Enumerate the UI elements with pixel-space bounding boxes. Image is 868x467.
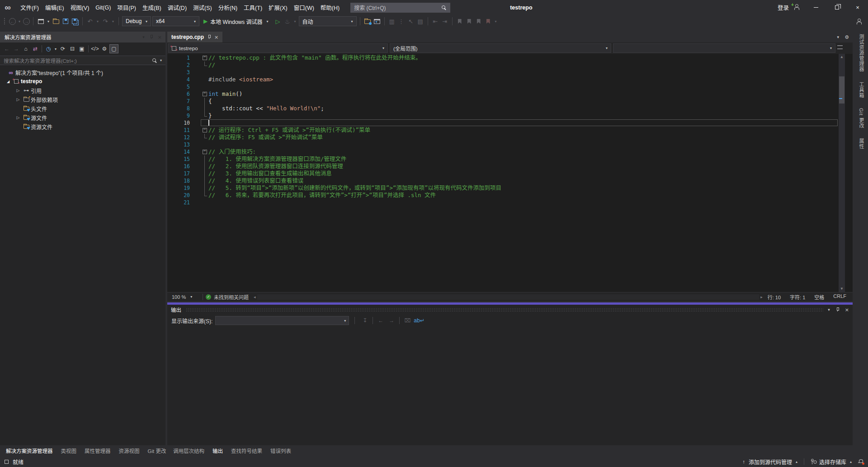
- properties-icon[interactable]: ⚙: [100, 44, 109, 53]
- chevron-down-icon[interactable]: ▾: [142, 35, 145, 39]
- code-line-14[interactable]: 14// 入门使用技巧:: [167, 148, 853, 156]
- fold-collapse-icon[interactable]: [203, 150, 207, 154]
- code-line-7[interactable]: 7{: [167, 98, 853, 105]
- tab-调用层次结构[interactable]: 调用层次结构: [169, 445, 208, 456]
- view-code-icon[interactable]: </>: [90, 44, 99, 53]
- scroll-down-icon[interactable]: ▼: [839, 286, 845, 292]
- chevron-down-icon[interactable]: ▾: [160, 58, 162, 62]
- tab-错误列表[interactable]: 错误列表: [266, 445, 295, 456]
- chevron-up-icon[interactable]: ▴: [796, 460, 797, 464]
- new-project-icon[interactable]: [37, 17, 45, 26]
- code-line-4[interactable]: 4#include <iostream>: [167, 76, 853, 83]
- member-dropdown[interactable]: ▾: [613, 43, 835, 53]
- decrease-indent-icon[interactable]: ⇤: [431, 17, 439, 26]
- drag-grip[interactable]: [186, 308, 823, 312]
- collapsed-arrow-icon[interactable]: ▷: [14, 97, 22, 102]
- solution-explorer-header[interactable]: 解决方案资源管理器 ▾ ×: [0, 32, 165, 42]
- tab-属性管理器[interactable]: 属性管理器: [80, 445, 115, 456]
- select-icon[interactable]: ↖: [407, 17, 415, 26]
- collapsed-arrow-icon[interactable]: ▷: [14, 88, 22, 93]
- column-indicator[interactable]: 字符: 1: [790, 293, 805, 301]
- find-in-files-icon[interactable]: [363, 17, 372, 26]
- scroll-up-icon[interactable]: ▲: [839, 54, 845, 60]
- next-message-icon[interactable]: →: [387, 316, 396, 325]
- save-all-icon[interactable]: [71, 17, 79, 26]
- fold-collapse-icon[interactable]: [203, 128, 207, 132]
- window-layout-icon[interactable]: [373, 17, 381, 26]
- chevron-down-icon[interactable]: ▾: [293, 19, 297, 24]
- tab-Git 更改[interactable]: Git 更改: [144, 445, 170, 456]
- code-line-12[interactable]: 12// 调试程序: F5 或调试 >“开始调试”菜单: [167, 134, 853, 141]
- minimize-button[interactable]: [806, 0, 826, 15]
- save-icon[interactable]: [61, 17, 70, 26]
- menu-item-0[interactable]: 文件(F): [17, 0, 42, 15]
- tree-item-源文件[interactable]: ▷源文件: [0, 113, 165, 122]
- chevron-down-icon[interactable]: ▾: [837, 35, 840, 39]
- code-line-9[interactable]: 9}: [167, 112, 853, 119]
- code-line-2[interactable]: 2//: [167, 61, 853, 69]
- code-line-16[interactable]: 16// 2. 使用团队资源管理器窗口连接到源代码管理: [167, 163, 853, 170]
- scrollbar-thumb[interactable]: [839, 76, 844, 104]
- attach-dropdown[interactable]: 自动▾: [299, 16, 357, 26]
- tree-item-testrepo[interactable]: ◢testrepo: [0, 77, 165, 86]
- chevron-down-icon[interactable]: ▾: [95, 19, 100, 24]
- sync-with-active-document-icon[interactable]: ⇄: [31, 44, 40, 53]
- close-icon[interactable]: ×: [158, 34, 162, 40]
- performance-icon[interactable]: ▥: [388, 17, 396, 26]
- feedback-icon[interactable]: [856, 19, 862, 24]
- code-line-19[interactable]: 19// 5. 转到“项目”>“添加新项”以创建新的代码文件，或转到“项目”>“…: [167, 184, 853, 192]
- right-tab-工具箱[interactable]: 工具箱: [858, 82, 865, 98]
- quick-search-input[interactable]: 搜索 (Ctrl+Q): [350, 3, 450, 13]
- right-tab-属性[interactable]: 属性: [858, 138, 865, 149]
- close-button[interactable]: ×: [847, 0, 868, 15]
- solution-search-input[interactable]: 搜索解决方案资源管理器(Ctrl+;) ▾: [0, 56, 165, 65]
- account-button[interactable]: +: [793, 4, 799, 11]
- open-file-icon[interactable]: [52, 17, 60, 26]
- tab-解决方案资源管理器[interactable]: 解决方案资源管理器: [2, 445, 57, 456]
- code-line-8[interactable]: 8 std::cout << "Hello World!\n";: [167, 105, 853, 112]
- home-icon[interactable]: ⌂: [21, 44, 30, 53]
- chevron-down-icon[interactable]: ▾: [828, 307, 830, 312]
- code-line-18[interactable]: 18// 4. 使用错误列表窗口查看错误: [167, 177, 853, 184]
- preview-selected-items-icon[interactable]: ▢: [109, 44, 118, 53]
- messages-icon[interactable]: ↧: [360, 316, 369, 325]
- close-icon[interactable]: ×: [214, 34, 218, 40]
- menu-item-1[interactable]: 编辑(E): [42, 0, 67, 15]
- project-dropdown[interactable]: testrepo ▾: [168, 43, 388, 53]
- right-tab-测试资源管理器[interactable]: 测试资源管理器: [858, 34, 865, 72]
- code-line-15[interactable]: 15// 1. 使用解决方案资源管理器窗口添加/管理文件: [167, 156, 853, 163]
- tree-item-头文件[interactable]: 头文件: [0, 104, 165, 113]
- fold-collapse-icon[interactable]: [203, 92, 207, 96]
- code-line-5[interactable]: 5: [167, 83, 853, 90]
- show-all-files-icon[interactable]: ▣: [77, 44, 86, 53]
- right-tab-Git 更改[interactable]: Git 更改: [858, 108, 865, 128]
- menu-item-8[interactable]: 分析(N): [215, 0, 241, 15]
- output-content[interactable]: [167, 326, 853, 445]
- spaces-indicator[interactable]: 空格: [814, 293, 824, 301]
- code-editor[interactable]: 1// testrepo.cpp : 此文件包含 "main" 函数。程序执行将…: [167, 54, 853, 292]
- menu-item-10[interactable]: 扩展(X): [265, 0, 291, 15]
- navigate-forward-icon[interactable]: →: [23, 18, 30, 25]
- tab-资源视图[interactable]: 资源视图: [115, 445, 144, 456]
- menu-item-2[interactable]: 视图(V): [67, 0, 93, 15]
- horizontal-scrollbar[interactable]: ◂ ▸: [252, 294, 764, 300]
- fold-collapse-icon[interactable]: [203, 56, 207, 60]
- tab-查找符号结果[interactable]: 查找符号结果: [227, 445, 266, 456]
- background-tasks-icon[interactable]: [5, 460, 9, 464]
- previous-message-icon[interactable]: ←: [376, 316, 385, 325]
- next-bookmark-icon[interactable]: [475, 17, 483, 26]
- increase-indent-icon[interactable]: ⇥: [441, 17, 449, 26]
- paste-icon[interactable]: ▤: [416, 17, 425, 26]
- forward-icon[interactable]: →: [12, 44, 21, 53]
- settings-icon[interactable]: ⚙: [844, 34, 849, 40]
- menu-item-6[interactable]: 调试(D): [165, 0, 190, 15]
- tree-item-外部依赖项[interactable]: ▷外部依赖项: [0, 95, 165, 104]
- split-window-handle[interactable]: [837, 45, 843, 49]
- collapsed-arrow-icon[interactable]: ▷: [14, 115, 22, 120]
- pin-icon[interactable]: [207, 35, 211, 39]
- toolbar-grip[interactable]: [4, 18, 6, 25]
- chevron-down-icon[interactable]: ▾: [46, 19, 51, 24]
- output-header[interactable]: 输出 ▾ ×: [167, 305, 853, 315]
- previous-bookmark-icon[interactable]: [465, 17, 473, 26]
- column-guides-icon[interactable]: ⋮: [397, 17, 406, 26]
